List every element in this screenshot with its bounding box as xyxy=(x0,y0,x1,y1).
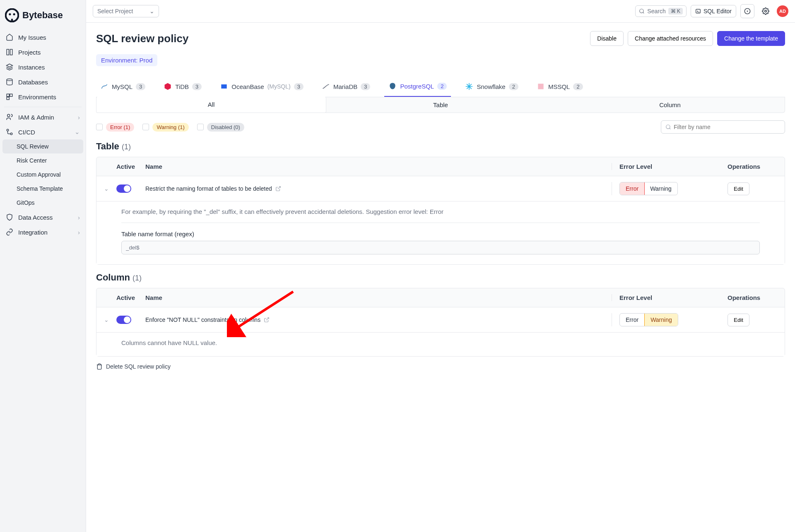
database-icon xyxy=(6,78,13,86)
tab-label: OceanBase xyxy=(231,83,264,90)
active-toggle[interactable] xyxy=(116,185,131,193)
rule-detail: For example, by requiring the "_del" suf… xyxy=(96,201,785,264)
project-select-label: Select Project xyxy=(97,8,133,14)
delete-policy-button[interactable]: Delete SQL review policy xyxy=(96,357,785,376)
external-link-icon[interactable] xyxy=(275,186,281,192)
disable-button[interactable]: Disable xyxy=(590,31,624,46)
tab-label: PostgreSQL xyxy=(400,83,434,90)
tab-tidb[interactable]: TiDB 3 xyxy=(159,76,206,97)
external-link-icon[interactable] xyxy=(264,317,270,323)
tidb-icon xyxy=(164,82,172,91)
sidebar-item-schema-template[interactable]: Schema Template xyxy=(0,182,86,196)
filter-error[interactable]: Error (1) xyxy=(96,123,134,132)
filter-warning[interactable]: Warning (1) xyxy=(142,123,188,132)
shield-icon xyxy=(6,213,13,221)
mssql-icon xyxy=(537,82,545,91)
column-rule-row: ⌄ Enforce "NOT NULL" constraints on colu… xyxy=(96,307,785,333)
mariadb-icon xyxy=(322,82,330,91)
filter-input[interactable] xyxy=(674,124,781,130)
sidebar-item-environments[interactable]: Environments xyxy=(0,89,86,104)
tab-mssql[interactable]: MSSQL 2 xyxy=(532,76,587,97)
change-template-button[interactable]: Change the template xyxy=(717,31,785,46)
col-header-active: Active xyxy=(116,163,145,170)
chevron-right-icon: › xyxy=(78,114,80,121)
sidebar-item-databases[interactable]: Databases xyxy=(0,74,86,89)
svg-point-10 xyxy=(7,129,9,131)
snowflake-icon xyxy=(465,82,473,91)
tab-postgresql[interactable]: PostgreSQL 2 xyxy=(384,76,451,97)
scope-tab-all[interactable]: All xyxy=(96,97,326,113)
page-title: SQL review policy xyxy=(96,32,189,45)
svg-point-16 xyxy=(765,10,767,12)
col-header-level: Error Level xyxy=(612,163,728,170)
expand-toggle[interactable]: ⌄ xyxy=(104,185,116,192)
tab-oceanbase[interactable]: OceanBase (MySQL) 3 xyxy=(216,76,308,97)
expand-toggle[interactable]: ⌄ xyxy=(104,316,116,323)
svg-rect-4 xyxy=(10,49,12,55)
tab-count: 3 xyxy=(294,83,304,90)
delete-label: Delete SQL review policy xyxy=(106,363,171,370)
active-toggle[interactable] xyxy=(116,316,131,324)
filter-input-wrapper[interactable] xyxy=(661,120,785,134)
sidebar-item-my-issues[interactable]: My Issues xyxy=(0,30,86,45)
logo[interactable]: Bytebase xyxy=(0,5,86,30)
checkbox[interactable] xyxy=(96,124,103,130)
col-header-name: Name xyxy=(145,294,612,301)
users-icon xyxy=(6,113,13,121)
level-error[interactable]: Error xyxy=(620,314,645,326)
level-error[interactable]: Error xyxy=(619,182,645,195)
sidebar-item-risk-center[interactable]: Risk Center xyxy=(0,153,86,168)
terminal-icon xyxy=(695,8,701,14)
svg-point-5 xyxy=(7,79,12,81)
sidebar-group-iam[interactable]: IAM & Admin › xyxy=(0,110,86,125)
level-warning[interactable]: Warning xyxy=(644,182,677,195)
sidebar-item-custom-approval[interactable]: Custom Approval xyxy=(0,168,86,182)
table-rule-row: ⌄ Restrict the naming format of tables t… xyxy=(96,176,785,201)
column-section-title: Column (1) xyxy=(96,272,785,283)
project-select[interactable]: Select Project ⌄ xyxy=(93,5,159,17)
regex-label: Table name format (regex) xyxy=(121,230,760,237)
scope-tab-table[interactable]: Table xyxy=(326,97,555,113)
trash-icon xyxy=(96,363,103,370)
checkbox[interactable] xyxy=(197,124,204,130)
sidebar-item-label: IAM & Admin xyxy=(18,114,54,121)
sidebar-item-gitops[interactable]: GitOps xyxy=(0,196,86,210)
edit-button[interactable]: Edit xyxy=(728,182,749,195)
home-icon xyxy=(6,34,13,41)
col-header-ops: Operations xyxy=(728,294,777,301)
checkbox[interactable] xyxy=(142,124,149,130)
scope-tab-column[interactable]: Column xyxy=(555,97,785,113)
sidebar-item-label: Databases xyxy=(18,79,48,86)
tab-label: TiDB xyxy=(175,83,189,90)
help-button[interactable] xyxy=(740,4,754,18)
tab-mariadb[interactable]: MariaDB 3 xyxy=(318,76,375,97)
tab-mysql[interactable]: MySQL 3 xyxy=(96,76,149,97)
tab-count: 3 xyxy=(136,83,145,90)
edit-button[interactable]: Edit xyxy=(728,314,749,326)
sidebar-group-integration[interactable]: Integration › xyxy=(0,225,86,240)
svg-point-2 xyxy=(13,13,15,15)
logo-icon xyxy=(5,8,19,22)
sidebar-item-sql-review[interactable]: SQL Review xyxy=(2,139,83,153)
scope-tabs: All Table Column xyxy=(96,97,785,113)
tab-snowflake[interactable]: Snowflake 2 xyxy=(461,76,522,97)
avatar[interactable]: AD xyxy=(777,5,788,17)
search-button[interactable]: Search ⌘ K xyxy=(635,5,687,17)
environment-badge[interactable]: Environment: Prod xyxy=(96,54,157,66)
change-resources-button[interactable]: Change attached resources xyxy=(628,31,713,46)
tab-suffix: (MySQL) xyxy=(267,83,291,90)
sidebar-group-cicd[interactable]: CI/CD ⌄ xyxy=(0,125,86,139)
svg-rect-18 xyxy=(538,84,543,89)
sidebar-item-instances[interactable]: Instances xyxy=(0,60,86,74)
level-warning[interactable]: Warning xyxy=(644,313,678,326)
sidebar-item-label: My Issues xyxy=(18,34,46,41)
sql-editor-button[interactable]: SQL Editor xyxy=(691,5,736,17)
sidebar-item-projects[interactable]: Projects xyxy=(0,45,86,60)
table-rules: Active Name Error Level Operations ⌄ Res… xyxy=(96,157,785,265)
filter-disabled[interactable]: Disabled (0) xyxy=(197,123,244,132)
sidebar-item-label: Projects xyxy=(18,49,41,56)
settings-button[interactable] xyxy=(759,4,773,18)
regex-input[interactable] xyxy=(121,241,760,254)
tab-count: 3 xyxy=(361,83,370,90)
sidebar-group-data-access[interactable]: Data Access › xyxy=(0,210,86,225)
